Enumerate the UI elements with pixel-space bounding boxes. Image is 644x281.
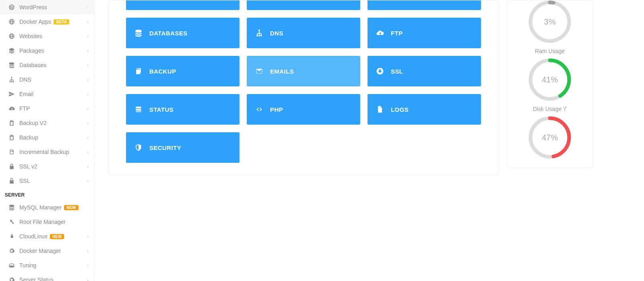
feature-card-label: DNS xyxy=(270,30,283,37)
shield-icon xyxy=(134,143,143,152)
sidebar-item-wordpress[interactable]: WordPress› xyxy=(0,0,94,14)
feature-card-label: EMAILS xyxy=(270,68,294,75)
gauge-ring: 3% xyxy=(528,0,572,44)
feature-card-php[interactable]: PHP xyxy=(247,94,360,125)
sidebar-item-cloudlinux[interactable]: CloudLinuxNEW› xyxy=(0,229,94,244)
gauge-label: Ram Usage xyxy=(535,48,565,54)
feature-card-databases[interactable]: DATABASES xyxy=(126,18,239,48)
feature-card-status[interactable]: STATUS xyxy=(126,94,239,125)
feature-card-logs[interactable]: LOGS xyxy=(367,94,481,125)
sidebar: WordPress›Docker AppsBETA›Websites›Packa… xyxy=(0,0,95,281)
feature-card-placeholder[interactable] xyxy=(367,0,481,10)
feature-card-label: SECURITY xyxy=(149,144,181,151)
gauge-ring: 41% xyxy=(528,57,572,102)
chevron-right-icon: › xyxy=(87,178,89,183)
feature-card-security[interactable]: SECURITY xyxy=(126,132,239,163)
sidebar-item-label: Incremental Backup xyxy=(19,149,69,155)
feature-card-label: BACKUP xyxy=(149,68,176,75)
chevron-right-icon: › xyxy=(87,92,89,96)
feature-card-ftp[interactable]: FTP xyxy=(367,18,481,48)
clipboard-icon xyxy=(8,119,15,127)
lockcircle-icon xyxy=(376,67,384,76)
chevron-right-icon: › xyxy=(87,48,89,53)
sitemap-icon xyxy=(8,76,15,83)
sidebar-item-label: MySQL Manager xyxy=(19,204,62,211)
sidebar-item-packages[interactable]: Packages› xyxy=(0,43,94,58)
sidebar-item-websites[interactable]: Websites› xyxy=(0,29,94,43)
sidebar-item-label: Docker Apps xyxy=(19,18,51,25)
chevron-right-icon: › xyxy=(87,77,89,82)
feature-card-label: FTP xyxy=(391,30,403,37)
server-icon xyxy=(134,105,143,114)
save-icon xyxy=(8,148,15,156)
sidebar-item-backup[interactable]: Backup› xyxy=(0,130,94,145)
cog-icon xyxy=(8,276,15,281)
chevron-right-icon: › xyxy=(87,135,89,140)
clipboard-icon xyxy=(8,134,15,141)
chevron-right-icon: › xyxy=(87,121,89,125)
envelope-icon xyxy=(255,67,264,76)
feature-card-emails[interactable]: EMAILS xyxy=(247,56,360,86)
sidebar-item-label: FTP xyxy=(19,105,30,112)
sidebar-item-label: DNS xyxy=(19,76,31,83)
gauge-label: Disk Usage '/' xyxy=(533,106,567,112)
sidebar-item-ftp[interactable]: FTP› xyxy=(0,101,94,116)
sidebar-item-label: Backup V2 xyxy=(19,120,47,126)
sidebar-item-ssl[interactable]: SSL› xyxy=(0,174,94,188)
gauge-cpu: 3% xyxy=(507,0,592,44)
feature-card-placeholder[interactable] xyxy=(247,0,360,10)
sidebar-item-email[interactable]: Email› xyxy=(0,87,94,101)
tach-icon xyxy=(8,262,15,269)
sidebar-item-label: Root File Manager xyxy=(19,219,66,225)
sidebar-item-incremental-backup[interactable]: Incremental Backup› xyxy=(0,145,94,159)
fire-icon xyxy=(8,233,15,240)
feature-panel: DATABASESDNSFTPBACKUPEMAILSSSLSTATUSPHPL… xyxy=(109,0,499,175)
gauge-value: 47% xyxy=(528,115,572,160)
chevron-right-icon: › xyxy=(87,106,89,111)
sidebar-item-label: Server Status xyxy=(19,277,54,281)
sidebar-item-label: SSL v2 xyxy=(19,163,37,170)
cloud-icon xyxy=(376,29,384,37)
sidebar-item-server-status[interactable]: Server Status› xyxy=(0,273,94,281)
sidebar-item-backup-v2[interactable]: Backup V2› xyxy=(0,116,94,130)
sidebar-item-mysql-manager[interactable]: MySQL ManagerNEW xyxy=(0,200,94,215)
cloud-icon xyxy=(8,105,15,112)
file-icon xyxy=(376,105,384,114)
sidebar-item-docker-manager[interactable]: Docker Manager› xyxy=(0,244,94,258)
database-icon xyxy=(134,29,143,37)
sidebar-section-header: SERVER xyxy=(0,188,94,200)
sidebar-item-label: Tuning xyxy=(19,262,36,269)
sidebar-item-label: Packages xyxy=(19,47,44,54)
feature-card-ssl[interactable]: SSL xyxy=(367,56,481,86)
sitemap-icon xyxy=(255,29,264,37)
chevron-right-icon: › xyxy=(87,19,89,24)
sidebar-item-label: Databases xyxy=(19,62,46,68)
cog-icon xyxy=(8,247,15,254)
badge-new: NEW xyxy=(64,205,78,210)
feature-card-label: DATABASES xyxy=(149,30,188,37)
sidebar-item-dns[interactable]: DNS› xyxy=(0,72,94,87)
chevron-right-icon: › xyxy=(87,34,89,39)
feature-card-placeholder[interactable] xyxy=(126,0,239,10)
gauge-value: 3% xyxy=(528,0,572,44)
sidebar-item-label: SSL xyxy=(19,178,30,184)
sidebar-item-databases[interactable]: Databases› xyxy=(0,58,94,72)
feature-card-label: STATUS xyxy=(149,106,173,113)
feature-card-dns[interactable]: DNS xyxy=(247,18,360,48)
sidebar-item-ssl-v2[interactable]: SSL v2› xyxy=(0,159,94,174)
sidebar-item-label: CloudLinux xyxy=(19,233,47,240)
feature-card-label: PHP xyxy=(270,106,283,113)
chevron-right-icon: › xyxy=(87,234,89,239)
sidebar-item-docker-apps[interactable]: Docker AppsBETA› xyxy=(0,14,94,29)
key-icon xyxy=(8,218,15,226)
sidebar-item-tuning[interactable]: Tuning› xyxy=(0,258,94,273)
main-content: DATABASESDNSFTPBACKUPEMAILSSSLSTATUSPHPL… xyxy=(109,0,499,175)
gauge-disk-usage-: Disk Usage '/'47% xyxy=(507,101,592,160)
code-icon xyxy=(255,105,264,114)
sidebar-item-label: Backup xyxy=(19,134,38,141)
sidebar-item-root-file-manager[interactable]: Root File Manager xyxy=(0,215,94,229)
feature-card-backup[interactable]: BACKUP xyxy=(126,56,239,86)
globe-icon xyxy=(8,18,15,25)
gauge-ring: 47% xyxy=(528,115,572,160)
feature-card-label: SSL xyxy=(391,68,403,75)
